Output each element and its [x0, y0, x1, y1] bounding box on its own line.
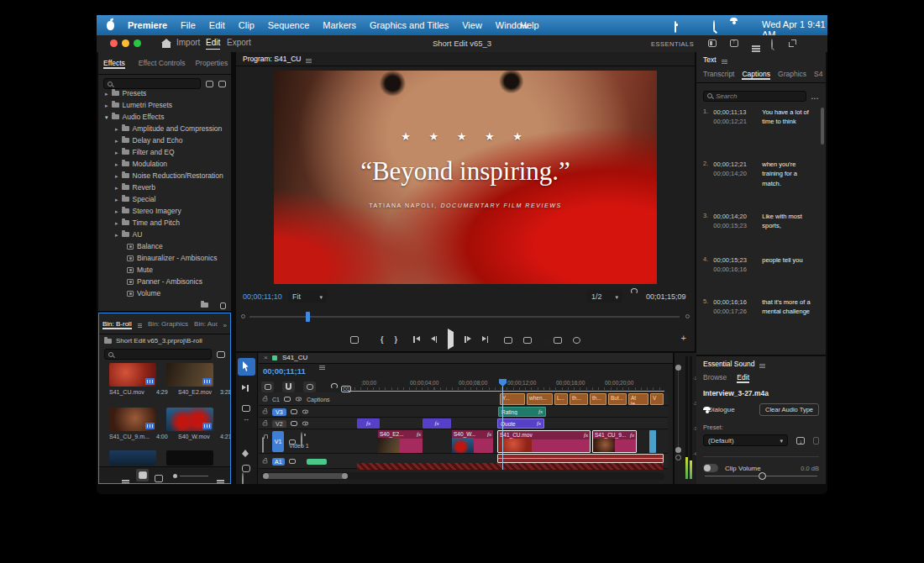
tab-browse[interactable]: Browse: [703, 373, 727, 381]
timeline-hscroll-track[interactable]: [261, 472, 664, 480]
caption-options-icon[interactable]: [811, 88, 819, 103]
nav-export[interactable]: Export: [227, 38, 251, 47]
preset-dropdown[interactable]: (Default): [703, 434, 788, 446]
delete-icon[interactable]: [220, 303, 226, 309]
caption-row[interactable]: 1. 00;00;11;1300;00;12;21 You have a lot…: [703, 108, 819, 127]
track-name-c1[interactable]: C1: [272, 397, 280, 403]
tree-item-filter-eq[interactable]: Filter and EQ: [98, 146, 228, 158]
caption-row[interactable]: 5. 00;00;16;1600;00;17;26 that it's more…: [703, 297, 819, 317]
type-tool-icon[interactable]: [242, 473, 244, 484]
caption-clip[interactable]: when...: [527, 393, 553, 405]
track-output-eye-icon[interactable]: [296, 397, 302, 402]
bin-clip-thumbnail[interactable]: [109, 363, 156, 387]
button-editor-plus-icon[interactable]: +: [681, 333, 686, 343]
panel-menu-icon[interactable]: [759, 364, 765, 365]
lock-track-icon[interactable]: [263, 397, 268, 401]
audio-effects-filter-icon[interactable]: [218, 81, 226, 87]
snap-magnet-icon[interactable]: [282, 381, 295, 392]
tab-bin-graphics[interactable]: Bin: Graphics: [148, 320, 188, 328]
audio-clip[interactable]: [497, 454, 664, 463]
home-icon[interactable]: [162, 39, 171, 48]
lock-track-icon[interactable]: [263, 460, 268, 463]
vscroll-handle-top[interactable]: [675, 365, 681, 371]
track-target-a1[interactable]: A1: [272, 458, 285, 466]
tree-item-volume[interactable]: Volume: [98, 287, 228, 299]
chevron-right-icon[interactable]: [105, 101, 108, 109]
vscroll-handle-bottom2[interactable]: [675, 455, 681, 460]
tree-item-time-pitch[interactable]: Time and Pitch: [98, 217, 228, 229]
timeline-playhead-line[interactable]: [502, 379, 503, 470]
clip-name[interactable]: S41_CU.mov: [109, 389, 144, 397]
go-to-out-icon[interactable]: [482, 336, 489, 343]
panel-menu-icon[interactable]: [722, 60, 727, 61]
ripple-edit-tool-icon[interactable]: [242, 400, 250, 415]
chevron-right-icon[interactable]: [115, 148, 118, 156]
tab-graphics[interactable]: Graphics: [778, 70, 806, 78]
lock-track-icon[interactable]: [262, 438, 264, 453]
nest-sequence-icon[interactable]: [261, 381, 274, 392]
sync-lock-icon[interactable]: [284, 397, 291, 402]
clip-name[interactable]: S40_E2.mov: [178, 389, 220, 397]
caption-clip[interactable]: th...: [570, 393, 588, 405]
progress-dashboard-icon[interactable]: [752, 42, 760, 51]
bin-clip-thumbnail[interactable]: [166, 363, 213, 387]
apple-menu-icon[interactable]: [107, 21, 114, 30]
bin-search-input[interactable]: [104, 349, 212, 360]
filmstrip-view-icon[interactable]: [155, 471, 163, 484]
chevron-right-icon[interactable]: [115, 195, 118, 203]
fullscreen-icon[interactable]: [789, 39, 796, 49]
battery-icon[interactable]: [675, 22, 676, 32]
tree-item-balance[interactable]: Balance: [98, 240, 228, 252]
search-titlebar-icon[interactable]: [771, 39, 773, 49]
panel-menu-icon[interactable]: [306, 59, 312, 60]
timeline-timecode[interactable]: 00;00;11;11: [263, 366, 306, 376]
graphic-clip-quote[interactable]: Quotefx: [497, 418, 544, 429]
sequence-tab[interactable]: S41_CU: [282, 354, 307, 361]
scrubber-handle-left[interactable]: [241, 314, 245, 318]
chevron-right-icon[interactable]: [115, 124, 118, 133]
tree-item-reverb[interactable]: Reverb: [98, 182, 228, 193]
tree-item-modulation[interactable]: Modulation: [98, 158, 228, 170]
chevron-down-icon[interactable]: [105, 113, 108, 121]
caption-clip[interactable]: But...: [608, 393, 627, 405]
menu-view[interactable]: View: [462, 20, 482, 30]
tree-item-mute[interactable]: Mute: [98, 264, 228, 276]
menu-sequence[interactable]: Sequence: [268, 20, 310, 30]
volume-slider-knob[interactable]: [759, 472, 766, 480]
graphic-clip-rating[interactable]: Ratingfx: [498, 407, 546, 417]
menu-graphics-titles[interactable]: Graphics and Titles: [370, 20, 449, 30]
video-clip-selected[interactable]: S41_CU_9...fx: [592, 430, 637, 453]
linked-selection-icon[interactable]: [303, 381, 316, 392]
chevron-right-icon[interactable]: [115, 160, 118, 168]
chevron-right-icon[interactable]: [115, 207, 118, 215]
caption-clip[interactable]: At le...: [628, 393, 648, 405]
nav-import[interactable]: Import: [176, 38, 200, 47]
play-button[interactable]: [448, 332, 454, 347]
tab-captions[interactable]: Captions: [742, 70, 770, 78]
program-panel-title[interactable]: Program: S41_CU: [243, 55, 301, 63]
tab-properties[interactable]: Properties: [195, 59, 228, 67]
lift-icon[interactable]: [504, 332, 512, 347]
track-output-eye-icon[interactable]: [302, 422, 307, 426]
program-timecode[interactable]: 00;00;11;10: [243, 292, 282, 301]
caption-clip[interactable]: L...: [554, 393, 568, 405]
minimize-window-button[interactable]: [122, 39, 129, 47]
close-sequence-icon[interactable]: ×: [264, 354, 268, 361]
more-tabs-icon[interactable]: [223, 316, 227, 331]
playback-resolution-dropdown[interactable]: 1/2: [587, 290, 622, 303]
chevron-right-icon[interactable]: [115, 183, 118, 192]
tab-transcript[interactable]: Transcript: [703, 70, 734, 78]
menu-file[interactable]: File: [181, 20, 196, 30]
step-forward-icon[interactable]: [465, 336, 471, 343]
menu-edit[interactable]: Edit: [209, 20, 225, 30]
sync-lock-icon[interactable]: [291, 421, 297, 426]
tree-item-presets[interactable]: Presets: [98, 87, 228, 99]
caption-row[interactable]: 2. 00;00;12;2100;00;14;20 when you're tr…: [703, 160, 819, 188]
video-clip-selected[interactable]: S41_CU.movfx: [497, 430, 591, 453]
tree-item-noise-reduction[interactable]: Noise Reduction/Restoration: [98, 170, 228, 182]
scroll-zoom-handle-right[interactable]: [342, 473, 348, 479]
clear-audio-type-button[interactable]: Clear Audio Type: [759, 403, 819, 416]
pen-tool-icon[interactable]: [242, 445, 249, 460]
clip-volume-slider[interactable]: [705, 472, 817, 481]
lock-track-icon[interactable]: [263, 422, 268, 425]
